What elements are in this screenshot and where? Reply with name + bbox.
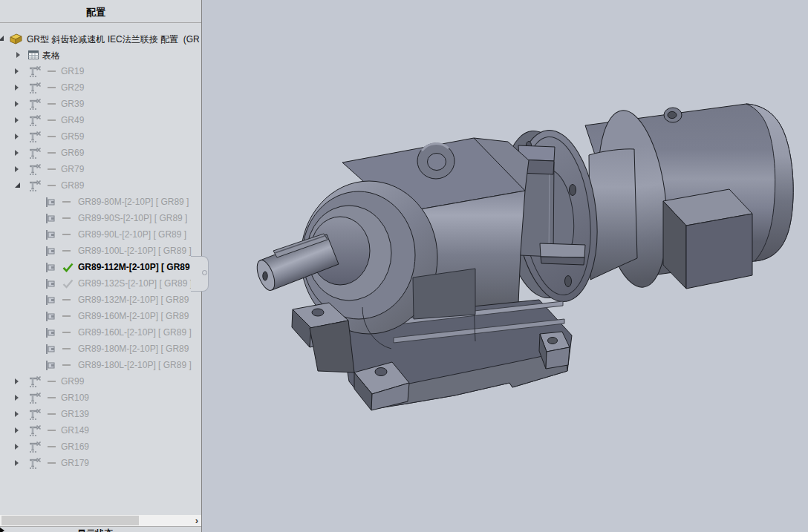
config-icon [28,114,43,130]
expand-arrow-icon[interactable] [15,378,19,384]
expand-arrow-icon[interactable] [15,460,19,466]
tree-row-label[interactable]: GR89-132M-[2-10P] [ GR89 [78,295,189,305]
tree-row[interactable]: GR59 [0,128,201,145]
tree-row-label[interactable]: GR19 [61,66,84,76]
dash-mark [62,332,71,333]
tree-row[interactable]: GR109 [0,390,201,406]
tree-row[interactable]: GR19 [0,63,201,79]
tree-row-label[interactable]: GR99 [61,376,84,387]
tree-row[interactable]: GR99 [0,373,201,390]
expand-arrow-icon[interactable] [15,150,19,156]
dash-mark [48,103,56,105]
tree-row-label[interactable]: GR149 [61,425,89,436]
tree-row[interactable]: GR型 斜齿轮减速机 IEC法兰联接 配置 (GR [0,30,201,47]
torque-bar-mid [540,243,585,257]
dash-mark [48,413,56,415]
tree-row[interactable]: GR89-90L-[2-10P] [ GR89 ] [0,226,201,243]
dash-mark [62,315,71,317]
tree-row-label[interactable]: GR29 [61,82,84,93]
front-recess [413,269,475,319]
dash-mark [62,217,71,219]
active-config-check-icon [62,262,74,276]
tree-row[interactable]: GR89-160L-[2-10P] [ GR89 ] [0,324,201,341]
tree-row-label[interactable]: GR89-160M-[2-10P] [ GR89 [78,311,189,321]
dash-mark [48,119,56,121]
tree-row-label[interactable]: GR89-100L-[2-10P] [ GR89 ] [78,246,192,256]
dash-mark [62,364,71,366]
tree-row-label[interactable]: GR型 斜齿轮减速机 IEC法兰联接 配置 (GR [27,33,200,46]
tree-row[interactable]: GR179 [0,455,201,471]
tree-row[interactable]: GR89-100L-[2-10P] [ GR89 ] [0,243,201,259]
flyout-handle-circle[interactable] [202,270,207,275]
tree-row[interactable]: GR89-180L-[2-10P] [ GR89 ] [0,357,201,373]
config-icon [28,82,43,97]
tree-row[interactable]: GR89-80M-[2-10P] [ GR89 ] [0,194,201,210]
tree-row[interactable]: GR39 [0,96,201,112]
tree-row[interactable]: GR89-160M-[2-10P] [ GR89 [0,308,201,324]
config-icon [28,408,43,424]
tree-row[interactable]: GR69 [0,145,201,161]
dash-mark [48,152,56,154]
tree-row-label[interactable]: GR89-112M-[2-10P] [ GR89 [78,262,190,272]
tree-row[interactable]: GR139 [0,406,201,422]
tree-row[interactable]: GR89-132M-[2-10P] [ GR89 [0,292,201,308]
tree-row-label[interactable]: GR89-160L-[2-10P] [ GR89 ] [78,327,192,338]
expand-arrow-icon[interactable] [16,52,20,58]
expand-arrow-icon[interactable] [15,85,19,91]
expand-arrow-icon[interactable] [15,427,19,433]
tree-row-label[interactable]: GR69 [61,148,84,158]
derived-config-icon [45,310,58,326]
tree-row-label[interactable]: GR169 [61,441,89,452]
scrollbar-right-arrow[interactable]: › [195,515,198,526]
tree-row-label[interactable]: GR49 [61,115,84,125]
tree-row[interactable]: GR29 [0,79,201,96]
derived-config-icon [45,359,58,375]
tree-row[interactable]: GR49 [0,112,201,128]
expand-arrow-icon[interactable] [15,395,19,401]
tree-row-label[interactable]: GR89-90S-[2-10P] [ GR89 ] [78,213,187,223]
derived-config-icon [45,229,58,244]
tree-row[interactable]: GR89-180M-[2-10P] [ GR89 [0,341,201,357]
expand-arrow-icon[interactable] [15,444,19,450]
tree-row-label[interactable]: GR109 [61,393,89,403]
tree-row-label[interactable]: GR59 [61,131,84,142]
expand-arrow-icon[interactable] [15,411,19,417]
foot2-hole [375,368,387,376]
display-states-section[interactable]: 显示状态 [0,527,201,532]
display-states-arrow-icon [0,528,4,532]
expand-arrow-icon[interactable] [15,166,19,172]
expand-arrow-icon[interactable] [15,101,19,107]
tree-row[interactable]: 表格 [0,47,201,63]
derived-config-icon [45,261,58,277]
horizontal-scrollbar[interactable]: › [0,515,201,527]
tree-row-label[interactable]: GR89-132S-[2-10P] [ GR89 ] [78,278,192,289]
tree-row-label[interactable]: GR79 [61,164,84,174]
scrollbar-thumb[interactable] [1,516,139,525]
display-states-label: 显示状态 [77,528,113,532]
panel-title: 配置 [0,6,192,19]
tree-row-label[interactable]: GR179 [61,458,89,468]
tree-row-label[interactable]: GR89-80M-[2-10P] [ GR89 ] [78,197,189,207]
tree-row-label[interactable]: GR89-180M-[2-10P] [ GR89 [78,344,189,354]
tree-row-label[interactable]: GR139 [61,409,89,419]
expand-arrow-open-icon[interactable] [0,36,4,41]
tree-row-label[interactable]: 表格 [42,50,60,62]
expand-arrow-icon[interactable] [15,134,19,139]
expand-arrow-icon[interactable] [15,117,19,123]
tree-row[interactable]: GR79 [0,161,201,177]
tree-row[interactable]: GR149 [0,422,201,439]
dash-mark [48,397,56,398]
tree-row[interactable]: GR89-90S-[2-10P] [ GR89 ] [0,210,201,226]
tree-row-label[interactable]: GR89 [61,180,84,191]
tree-row[interactable]: GR89-132S-[2-10P] [ GR89 ] [0,275,201,292]
config-icon [28,98,43,114]
expand-arrow-icon[interactable] [15,68,19,74]
tree-row[interactable]: GR89 [0,177,201,194]
expand-arrow-open-icon[interactable] [15,183,20,188]
tree-row[interactable]: GR169 [0,439,201,455]
tree-row-label[interactable]: GR89-180L-[2-10P] [ GR89 ] [78,360,192,370]
tree-row-label[interactable]: GR39 [61,99,84,109]
dash-mark [62,234,71,235]
tree-row-label[interactable]: GR89-90L-[2-10P] [ GR89 ] [78,229,186,240]
tree-row[interactable]: GR89-112M-[2-10P] [ GR89 [0,259,201,275]
